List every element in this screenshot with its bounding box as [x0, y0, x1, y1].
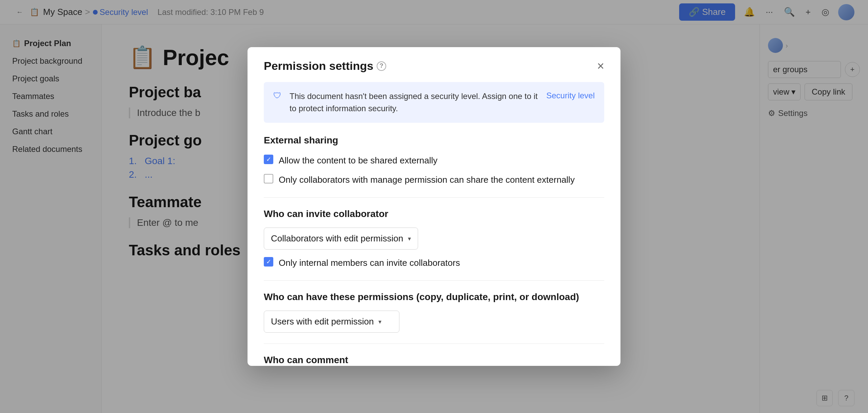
help-icon[interactable]: ?: [377, 61, 386, 71]
allow-external-checkbox[interactable]: ✓: [264, 155, 273, 164]
who-can-invite-label: Who can invite collaborator: [264, 209, 604, 219]
who-can-comment-label: Who can comment: [264, 355, 604, 366]
allow-external-row: ✓ Allow the content to be shared externa…: [264, 154, 604, 167]
only-manage-row: Only collaborators with manage permissio…: [264, 173, 604, 186]
internal-only-checkbox[interactable]: ✓: [264, 257, 273, 267]
permissions-dropdown-text: Users with edit permission: [271, 316, 374, 327]
security-level-link[interactable]: Security level: [546, 91, 595, 100]
divider-3: [264, 343, 604, 344]
invite-dropdown-text: Collaborators with edit permission: [271, 233, 403, 244]
invite-dropdown-caret-icon: ▾: [408, 235, 411, 242]
divider-2: [264, 280, 604, 281]
permissions-dropdown-caret-icon: ▾: [378, 318, 381, 326]
permissions-dropdown[interactable]: Users with edit permission ▾: [264, 311, 399, 333]
only-manage-checkbox[interactable]: [264, 174, 273, 183]
checkmark-icon: ✓: [266, 258, 271, 266]
modal-overlay[interactable]: Permission settings ? × 🛡 This document …: [0, 0, 868, 413]
shield-icon: 🛡: [273, 91, 284, 102]
who-can-permissions-label: Who can have these permissions (copy, du…: [264, 292, 604, 302]
invite-dropdown[interactable]: Collaborators with edit permission ▾: [264, 228, 418, 250]
internal-only-row: ✓ Only internal members can invite colla…: [264, 256, 604, 270]
modal-header: Permission settings ? ×: [248, 47, 620, 82]
modal-close-button[interactable]: ×: [597, 60, 604, 72]
only-manage-label: Only collaborators with manage permissio…: [279, 173, 575, 186]
modal-title-text: Permission settings: [264, 59, 373, 73]
external-sharing-label: External sharing: [264, 135, 604, 146]
security-notice: 🛡 This document hasn't been assigned a s…: [264, 82, 604, 123]
internal-only-label: Only internal members can invite collabo…: [279, 256, 460, 270]
modal-body: 🛡 This document hasn't been assigned a s…: [248, 82, 620, 366]
checkmark-icon: ✓: [266, 156, 271, 163]
allow-external-label: Allow the content to be shared externall…: [279, 154, 437, 167]
permission-settings-modal: Permission settings ? × 🛡 This document …: [248, 47, 620, 366]
modal-title: Permission settings ?: [264, 59, 386, 73]
security-notice-text: This document hasn't been assigned a sec…: [290, 90, 541, 115]
divider-1: [264, 197, 604, 198]
